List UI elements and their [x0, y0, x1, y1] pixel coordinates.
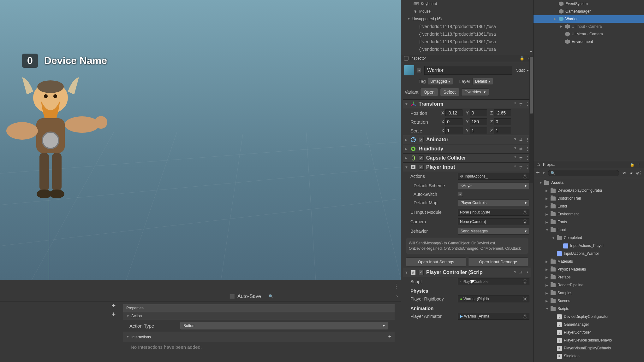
- project-tab[interactable]: 🗀 Project 🔒 ⋮: [534, 161, 644, 168]
- rot-x[interactable]: [445, 118, 462, 125]
- capsule-enabled[interactable]: ✓: [419, 155, 424, 161]
- project-item[interactable]: #DeviceDisplayConfigurator: [534, 313, 644, 321]
- action-type-dropdown[interactable]: Button▾: [180, 322, 388, 330]
- scale-y[interactable]: [470, 127, 487, 134]
- pr-field[interactable]: ●Warrior (Rigidb⊙: [458, 295, 529, 302]
- project-item[interactable]: ▼Input: [534, 226, 644, 234]
- hierarchy-item[interactable]: EventSystem: [534, 0, 644, 8]
- lock-icon[interactable]: 🔒: [520, 56, 524, 61]
- hierarchy-item[interactable]: UI Menu - Camera: [534, 30, 644, 38]
- overrides-dropdown[interactable]: Overrides▾: [461, 88, 489, 96]
- animator-header[interactable]: ▶✓Animator?⇄⋮: [403, 135, 531, 144]
- project-item[interactable]: #GameManager: [534, 321, 644, 329]
- pa-field[interactable]: ▶Warrior (Anima⊙: [458, 313, 529, 320]
- open-input-settings-button[interactable]: Open Input Settings: [406, 257, 466, 266]
- search-icon[interactable]: 🔍: [269, 294, 273, 299]
- project-item[interactable]: InputActions_Warrior: [534, 250, 644, 258]
- menu-icon[interactable]: ⋮: [637, 162, 641, 167]
- project-item[interactable]: ▶RenderPipeline: [534, 281, 644, 289]
- hierarchy-item[interactable]: Environment: [534, 38, 644, 45]
- project-item[interactable]: ▶Environment: [534, 210, 644, 218]
- map-dropdown[interactable]: Player Controls▾: [458, 199, 529, 206]
- add-asset-button[interactable]: +: [536, 169, 540, 177]
- hierarchy-item[interactable]: ▶Warrior: [534, 15, 644, 23]
- static-toggle[interactable]: Static▾: [515, 68, 530, 73]
- help-icon[interactable]: ?: [514, 102, 516, 106]
- player-badge: 0: [22, 54, 38, 68]
- device-unsupported[interactable]: ▼Unsupported (16): [404, 15, 533, 23]
- scene-viewport[interactable]: 0 Device Name: [0, 0, 401, 280]
- device-entry[interactable]: {"vendorId":1118,"productId":1861,"usa: [410, 30, 533, 38]
- scale-x[interactable]: [445, 127, 462, 134]
- close-icon[interactable]: ×: [396, 294, 398, 299]
- autoswitch-checkbox[interactable]: ✓: [458, 192, 463, 197]
- project-item[interactable]: ▶DeviceDisplayConfigurator: [534, 187, 644, 195]
- project-item[interactable]: ▶PhysicsMaterials: [534, 266, 644, 273]
- project-item[interactable]: ▼Completed: [534, 234, 644, 242]
- animator-enabled[interactable]: ✓: [419, 137, 424, 142]
- auto-save-checkbox[interactable]: [230, 294, 235, 299]
- player-controller-header[interactable]: ▼#✓Player Controller (Scrip?⇄⋮: [403, 268, 531, 277]
- hierarchy-item[interactable]: ▶UI Input - Camera: [534, 23, 644, 30]
- open-input-debugger-button[interactable]: Open Input Debugge: [468, 257, 528, 266]
- scale-z[interactable]: [494, 127, 511, 134]
- favorite-icon[interactable]: ★: [629, 171, 633, 175]
- device-mouse[interactable]: 🖱Mouse: [410, 8, 533, 15]
- transform-header[interactable]: ▼ Transform ?⇄⋮: [403, 100, 531, 108]
- project-item[interactable]: ▶Fonts: [534, 218, 644, 226]
- tag-dropdown[interactable]: Untagged▾: [428, 78, 453, 85]
- hierarchy-item[interactable]: GameManager: [534, 8, 644, 15]
- camera-field[interactable]: None (Camera)⊙: [458, 218, 529, 225]
- actions-field[interactable]: ⚙InputActions_⊙: [458, 173, 529, 180]
- project-item[interactable]: ▶DistortionTrail: [534, 195, 644, 202]
- lock-icon[interactable]: 🔒: [630, 162, 635, 167]
- hidden-icon[interactable]: ⊘2: [636, 171, 641, 175]
- player-input-enabled[interactable]: ✓: [419, 165, 424, 170]
- panel-menu-icon[interactable]: ⋮: [393, 283, 399, 289]
- object-name-input[interactable]: [424, 66, 512, 75]
- project-item[interactable]: ▶Scenes: [534, 297, 644, 305]
- interactions-section[interactable]: ▼Interactions +: [123, 332, 395, 342]
- uimodule-field[interactable]: None (Input Syste⊙: [458, 209, 529, 216]
- inspector-tab[interactable]: Inspector 🔒 ⋮: [401, 55, 533, 62]
- project-item[interactable]: InputActions_Player: [534, 242, 644, 250]
- filter-icon[interactable]: 👁: [623, 171, 626, 175]
- scheme-dropdown[interactable]: <Any>▾: [458, 182, 529, 189]
- project-item[interactable]: ▼Scripts: [534, 305, 644, 313]
- menu-icon[interactable]: ⋮: [526, 102, 529, 106]
- device-entry[interactable]: {"vendorId":1118,"productId":1861,"usa: [410, 23, 533, 30]
- pc-enabled[interactable]: ✓: [419, 270, 424, 275]
- add-button-1[interactable]: +: [110, 302, 117, 310]
- rot-y[interactable]: [470, 118, 487, 125]
- capsule-header[interactable]: ▶✓Capsule Collider?⇄⋮: [403, 154, 531, 162]
- project-item[interactable]: #PlayerDeviceRebindBehavio: [534, 336, 644, 344]
- project-item[interactable]: ▶Prefabs: [534, 273, 644, 281]
- pos-y[interactable]: [470, 109, 487, 116]
- open-button[interactable]: Open: [420, 88, 438, 96]
- add-interaction-icon[interactable]: +: [388, 334, 391, 340]
- preset-icon[interactable]: ⇄: [519, 102, 522, 106]
- project-item[interactable]: #PlayerController: [534, 329, 644, 336]
- project-item[interactable]: ▶Materials: [534, 258, 644, 266]
- pos-x[interactable]: [445, 109, 462, 116]
- active-checkbox[interactable]: ✓: [417, 68, 422, 73]
- behavior-dropdown[interactable]: Send Messages▾: [458, 228, 529, 235]
- rot-z[interactable]: [494, 118, 511, 125]
- assets-folder[interactable]: ▼Assets: [534, 179, 644, 187]
- device-keyboard[interactable]: ⌨Keyboard: [410, 0, 533, 8]
- select-button[interactable]: Select: [440, 88, 459, 96]
- project-search[interactable]: [548, 170, 620, 176]
- add-button-2[interactable]: +: [110, 311, 117, 318]
- player-input-header[interactable]: ▼#✓Player Input?⇄⋮: [403, 163, 531, 172]
- layer-dropdown[interactable]: Default▾: [472, 78, 493, 85]
- pos-z[interactable]: [494, 109, 511, 116]
- device-entry[interactable]: {"vendorId":1118,"productId":1861,"usa: [410, 38, 533, 45]
- project-item[interactable]: ▶Editor: [534, 202, 644, 210]
- action-section[interactable]: ▼Action: [123, 312, 395, 320]
- project-item[interactable]: #Singleton: [534, 352, 644, 360]
- project-item[interactable]: ▶Samples: [534, 289, 644, 297]
- rigidbody-header[interactable]: ▶Rigidbody?⇄⋮: [403, 144, 531, 153]
- device-entry[interactable]: {"vendorId":1118,"productId":1861,"usa: [410, 45, 533, 53]
- inspector-scrollbar[interactable]: [529, 57, 533, 183]
- project-item[interactable]: #PlayerVisualDisplayBehavio: [534, 344, 644, 352]
